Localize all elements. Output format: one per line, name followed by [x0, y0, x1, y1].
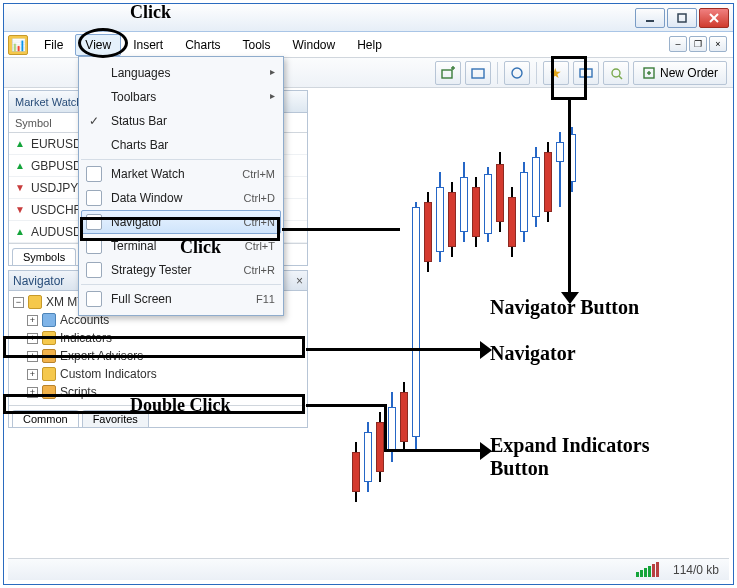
menu-item-languages[interactable]: Languages — [81, 61, 281, 85]
expand-icon[interactable] — [27, 351, 38, 362]
menu-item-icon — [86, 166, 102, 182]
toolbar-tester-button[interactable] — [603, 61, 629, 85]
menu-item-charts-bar[interactable]: Charts Bar — [81, 133, 281, 157]
menu-item-market-watch[interactable]: Market WatchCtrl+M — [81, 162, 281, 186]
candlestick — [544, 92, 552, 554]
connection-bars-icon — [636, 562, 659, 577]
toolbar-divider — [497, 62, 498, 84]
tree-label: Scripts — [60, 385, 97, 399]
tree-item-scripts[interactable]: Scripts — [27, 383, 303, 401]
menu-item-shortcut: Ctrl+M — [231, 168, 275, 180]
minimize-button[interactable] — [635, 8, 665, 28]
menu-item-label: Charts Bar — [111, 138, 275, 152]
expand-icon[interactable] — [27, 387, 38, 398]
svg-line-11 — [619, 76, 622, 79]
candlestick — [424, 92, 432, 554]
price-arrow-icon: ▼ — [15, 204, 25, 215]
navigator-title: Navigator — [13, 274, 64, 288]
tree-label: Expert Advisors — [60, 349, 143, 363]
menu-item-shortcut: F11 — [231, 293, 275, 305]
candlestick — [568, 92, 576, 554]
menu-view[interactable]: View — [75, 34, 121, 56]
symbol-label: USDJPY — [31, 181, 78, 195]
candlestick — [436, 92, 444, 554]
menu-item-strategy-tester[interactable]: Strategy TesterCtrl+R — [81, 258, 281, 282]
menu-item-full-screen[interactable]: Full ScreenF11 — [81, 287, 281, 311]
toolbar-navigator-button[interactable]: ★ — [543, 61, 569, 85]
menu-item-shortcut: Ctrl+D — [231, 192, 275, 204]
toolbar-new-chart-button[interactable] — [435, 61, 461, 85]
expand-icon[interactable] — [27, 333, 38, 344]
menu-item-label: Navigator — [111, 215, 225, 229]
toolbar-terminal-button[interactable] — [573, 61, 599, 85]
menu-item-icon — [86, 291, 102, 307]
svg-rect-4 — [442, 70, 452, 78]
menu-help[interactable]: Help — [347, 34, 392, 56]
menu-item-status-bar[interactable]: ✓Status Bar — [81, 109, 281, 133]
navigator-tab-common[interactable]: Common — [12, 410, 79, 427]
mdi-minimize[interactable]: – — [669, 36, 687, 52]
svg-rect-1 — [678, 14, 686, 22]
symbol-label: USDCHF — [31, 203, 81, 217]
candlestick — [520, 92, 528, 554]
menu-item-toolbars[interactable]: Toolbars — [81, 85, 281, 109]
app-icon: 📊 — [8, 35, 28, 55]
check-icon: ✓ — [89, 114, 99, 128]
candlestick — [460, 92, 468, 554]
toolbar-market-watch-button[interactable] — [504, 61, 530, 85]
candlestick — [532, 92, 540, 554]
tree-node-icon — [42, 331, 56, 345]
maximize-button[interactable] — [667, 8, 697, 28]
view-menu-dropdown: LanguagesToolbars✓Status BarCharts BarMa… — [78, 56, 284, 316]
close-button[interactable] — [699, 8, 729, 28]
menu-item-icon — [86, 214, 102, 230]
toolbar-profiles-button[interactable] — [465, 61, 491, 85]
menu-item-shortcut: Ctrl+N — [231, 216, 275, 228]
menu-item-shortcut: Ctrl+R — [231, 264, 275, 276]
tree-item-indicators[interactable]: Indicators — [27, 329, 303, 347]
chart-area[interactable] — [312, 92, 725, 554]
menu-insert[interactable]: Insert — [123, 34, 173, 56]
menu-item-icon — [86, 238, 102, 254]
menu-charts[interactable]: Charts — [175, 34, 230, 56]
expand-icon[interactable] — [27, 315, 38, 326]
navigator-tab-favorites[interactable]: Favorites — [82, 410, 149, 427]
folder-icon — [28, 295, 42, 309]
menu-item-terminal[interactable]: TerminalCtrl+T — [81, 234, 281, 258]
menu-item-shortcut: Ctrl+T — [231, 240, 275, 252]
candlestick — [400, 92, 408, 554]
candlestick — [508, 92, 516, 554]
menu-item-label: Terminal — [111, 239, 225, 253]
menu-item-navigator[interactable]: NavigatorCtrl+N — [81, 210, 281, 234]
menu-window[interactable]: Window — [283, 34, 346, 56]
toolbar-new-order-button[interactable]: New Order — [633, 61, 727, 85]
expand-icon[interactable] — [13, 297, 24, 308]
menu-item-data-window[interactable]: Data WindowCtrl+D — [81, 186, 281, 210]
tree-node-icon — [42, 385, 56, 399]
status-speed: 114/0 kb — [673, 563, 719, 577]
expand-icon[interactable] — [27, 369, 38, 380]
mdi-restore[interactable]: ❐ — [689, 36, 707, 52]
menu-item-icon — [86, 190, 102, 206]
price-arrow-icon: ▲ — [15, 226, 25, 237]
mdi-buttons: – ❐ × — [669, 36, 727, 52]
tree-node-icon — [42, 349, 56, 363]
titlebar — [4, 4, 733, 32]
mdi-close[interactable]: × — [709, 36, 727, 52]
market-watch-tab-symbols[interactable]: Symbols — [12, 248, 76, 265]
new-order-label: New Order — [660, 66, 718, 80]
candlestick — [556, 92, 564, 554]
navigator-close-icon[interactable]: × — [296, 274, 303, 288]
tree-node-icon — [42, 313, 56, 327]
price-arrow-icon: ▼ — [15, 182, 25, 193]
menu-item-label: Strategy Tester — [111, 263, 225, 277]
svg-rect-9 — [580, 69, 592, 77]
symbol-label: EURUSD — [31, 137, 82, 151]
candlestick — [472, 92, 480, 554]
tree-item-expert-advisors[interactable]: Expert Advisors — [27, 347, 303, 365]
tree-item-custom-indicators[interactable]: Custom Indicators — [27, 365, 303, 383]
menu-file[interactable]: File — [34, 34, 73, 56]
price-arrow-icon: ▲ — [15, 160, 25, 171]
menu-item-label: Data Window — [111, 191, 225, 205]
menu-tools[interactable]: Tools — [233, 34, 281, 56]
